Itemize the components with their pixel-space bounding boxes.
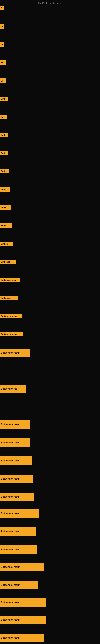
bar-label-25: Bottleneck result bbox=[0, 474, 33, 483]
bar-item-25: Bottleneck result bbox=[0, 474, 33, 483]
bar-label-12: Bottle bbox=[0, 205, 11, 210]
bar-item-23: Bottleneck result bbox=[0, 438, 30, 447]
bar-label-10: Bott bbox=[0, 169, 9, 174]
bar-label-2: Bo bbox=[0, 24, 4, 28]
bar-label-32: Bottleneck result bbox=[0, 598, 46, 606]
bar-label-28: Bottleneck result bbox=[0, 527, 36, 536]
bar-label-24: Bottleneck result bbox=[0, 456, 32, 465]
bar-label-22: Bottleneck result bbox=[0, 420, 30, 429]
bar-item-33: Bottleneck result bbox=[0, 616, 46, 624]
bar-item-15: Bottleneck bbox=[0, 260, 16, 264]
bar-item-14: Bottlen bbox=[0, 242, 13, 246]
bar-item-30: Bottleneck result bbox=[0, 563, 44, 571]
bar-item-7: Bot bbox=[0, 115, 7, 119]
bar-item-20: Bottleneck result bbox=[0, 348, 30, 357]
bar-label-7: Bot bbox=[0, 115, 7, 119]
bar-item-9: Bott bbox=[0, 151, 8, 155]
bar-label-34: Bottleneck result bbox=[0, 634, 44, 642]
bar-label-8: Bott bbox=[0, 133, 8, 137]
bar-label-18: Bottleneck result bbox=[0, 314, 22, 318]
bar-item-2: Bo bbox=[0, 24, 4, 28]
bar-label-16: Bottleneck resu bbox=[0, 278, 20, 282]
bar-label-11: Bottl bbox=[0, 187, 10, 192]
bar-label-9: Bott bbox=[0, 151, 8, 155]
bar-item-6: Bott bbox=[0, 96, 8, 101]
bar-item-19: Bottleneck result bbox=[0, 332, 23, 336]
bar-label-30: Bottleneck result bbox=[0, 563, 44, 571]
bar-item-27: Bottleneck result bbox=[0, 509, 39, 518]
bar-item-4: Bot bbox=[0, 60, 6, 65]
bar-label-27: Bottleneck result bbox=[0, 509, 39, 518]
bar-item-29: Bottleneck result bbox=[0, 546, 37, 554]
bar-label-13: Bottle bbox=[0, 224, 12, 228]
bar-label-19: Bottleneck result bbox=[0, 332, 23, 336]
bar-item-10: Bott bbox=[0, 169, 9, 174]
bar-item-12: Bottle bbox=[0, 205, 11, 210]
bar-label-5: Bo bbox=[0, 78, 6, 83]
bar-item-34: Bottleneck result bbox=[0, 634, 44, 642]
bar-label-6: Bott bbox=[0, 96, 8, 101]
bar-label-33: Bottleneck result bbox=[0, 616, 46, 624]
bar-item-32: Bottleneck result bbox=[0, 598, 46, 606]
bar-label-20: Bottleneck result bbox=[0, 348, 30, 357]
bar-item-24: Bottleneck result bbox=[0, 456, 32, 465]
bar-label-31: Bottleneck result bbox=[0, 581, 38, 589]
bar-label-3: Bo bbox=[0, 42, 4, 47]
bar-item-17: Bottleneck r bbox=[0, 296, 18, 300]
bar-item-26: Bottleneck resu bbox=[0, 493, 34, 501]
site-title: TheBottlenecker.com bbox=[38, 2, 62, 5]
bar-label-4: Bot bbox=[0, 60, 6, 65]
bar-label-14: Bottlen bbox=[0, 242, 13, 246]
bar-item-8: Bott bbox=[0, 133, 8, 137]
bar-label-21: Bottleneck res bbox=[0, 384, 26, 393]
bar-item-16: Bottleneck resu bbox=[0, 278, 20, 282]
bar-item-22: Bottleneck result bbox=[0, 420, 30, 429]
bar-label-29: Bottleneck result bbox=[0, 546, 37, 554]
bar-label-17: Bottleneck r bbox=[0, 296, 18, 300]
bar-item-3: Bo bbox=[0, 42, 4, 47]
bar-label-15: Bottleneck bbox=[0, 260, 16, 264]
bar-item-18: Bottleneck result bbox=[0, 314, 22, 318]
bar-item-21: Bottleneck res bbox=[0, 384, 26, 393]
bar-item-28: Bottleneck result bbox=[0, 527, 36, 536]
bar-item-1: B bbox=[0, 6, 3, 10]
bar-item-31: Bottleneck result bbox=[0, 581, 38, 589]
bar-label-23: Bottleneck result bbox=[0, 438, 30, 447]
bar-item-11: Bottl bbox=[0, 187, 10, 192]
bar-item-5: Bo bbox=[0, 78, 6, 83]
bar-label-26: Bottleneck resu bbox=[0, 493, 34, 501]
bar-item-13: Bottle bbox=[0, 224, 12, 228]
bar-label-1: B bbox=[0, 6, 3, 10]
